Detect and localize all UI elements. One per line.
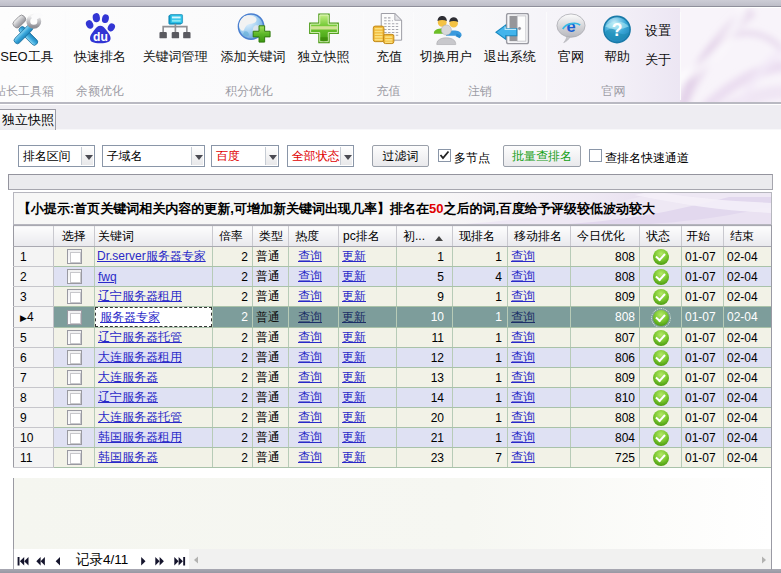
svg-text:du: du (93, 30, 108, 44)
svg-text:?: ? (612, 20, 623, 40)
svg-text:e: e (567, 17, 576, 35)
